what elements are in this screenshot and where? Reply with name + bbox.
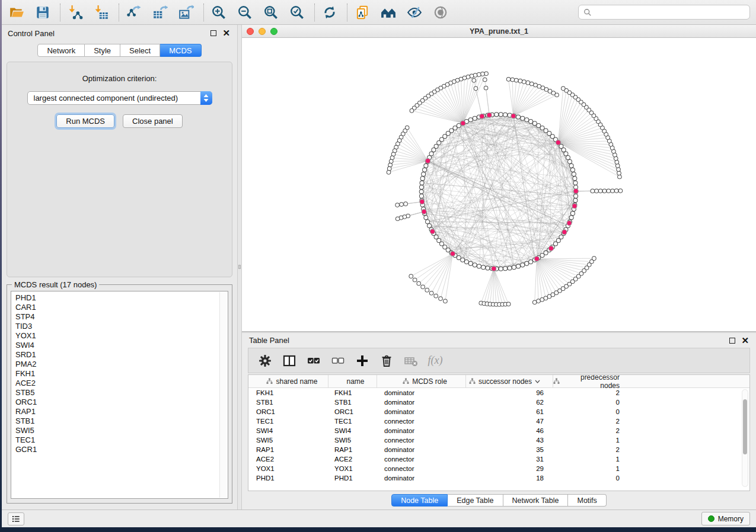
show-column-panel-button[interactable] bbox=[282, 354, 296, 368]
table-row[interactable]: PHD1PHD1dominator180 bbox=[248, 473, 749, 483]
refresh-button[interactable] bbox=[320, 2, 340, 23]
mcds-list-scrollbar[interactable] bbox=[219, 292, 227, 498]
close-panel-button[interactable]: Close panel bbox=[123, 114, 183, 128]
column-header-shared-name[interactable]: shared name bbox=[248, 375, 328, 387]
export-image-button[interactable] bbox=[176, 2, 196, 23]
splitter-handle-icon bbox=[238, 265, 241, 269]
mcds-result-item[interactable]: FKH1 bbox=[15, 369, 228, 379]
mcds-result-group: MCDS result (17 nodes) PHD1 CAR1 STP4 TI… bbox=[7, 284, 232, 504]
tab-network-table[interactable]: Network Table bbox=[503, 494, 569, 507]
function-builder-button-disabled[interactable]: f(x) bbox=[428, 354, 442, 368]
table-scrollbar-thumb[interactable] bbox=[743, 399, 747, 454]
column-header-predecessor-nodes[interactable]: predecessor nodes bbox=[553, 375, 653, 387]
mcds-result-item[interactable]: ORC1 bbox=[15, 398, 228, 407]
zoom-out-icon bbox=[237, 5, 253, 20]
table-row[interactable]: YOX1YOX1connector291 bbox=[248, 464, 749, 473]
column-header-name[interactable]: name bbox=[328, 375, 377, 387]
table-row[interactable]: TEC1TEC1connector472 bbox=[248, 416, 749, 426]
table-header-row: shared name name MCDS role successor nod… bbox=[248, 375, 749, 388]
mcds-result-item[interactable]: TEC1 bbox=[15, 435, 228, 445]
close-panel-icon[interactable]: ✕ bbox=[222, 30, 230, 36]
window-close-icon[interactable] bbox=[247, 28, 254, 35]
clone-network-button[interactable] bbox=[352, 2, 372, 23]
toolbar-separator bbox=[347, 4, 347, 21]
table-row[interactable]: SWI4SWI4dominator462 bbox=[248, 426, 749, 435]
column-type-icon bbox=[469, 378, 476, 384]
hide-eye-icon bbox=[407, 5, 422, 20]
mcds-result-item[interactable]: STB5 bbox=[15, 388, 228, 398]
close-table-panel-icon[interactable]: ✕ bbox=[741, 338, 749, 344]
zoom-in-button[interactable] bbox=[209, 2, 229, 23]
memory-button[interactable]: Memory bbox=[701, 512, 750, 525]
run-mcds-button[interactable]: Run MCDS bbox=[56, 114, 114, 128]
tab-style[interactable]: Style bbox=[85, 44, 120, 57]
zoom-fit-button[interactable] bbox=[261, 2, 281, 23]
mcds-result-item[interactable]: RAP1 bbox=[15, 407, 228, 416]
float-panel-icon[interactable] bbox=[210, 30, 216, 36]
hide-selected-button[interactable] bbox=[404, 2, 425, 23]
open-file-button[interactable] bbox=[7, 2, 27, 23]
mcds-result-list[interactable]: PHD1 CAR1 STP4 TID3 YOX1 SWI4 SRD1 PMA2 … bbox=[11, 291, 228, 499]
table-settings-button[interactable] bbox=[258, 354, 272, 368]
table-row[interactable]: STB1STB1dominator620 bbox=[248, 398, 749, 407]
zoom-out-button[interactable] bbox=[235, 2, 255, 23]
optimization-criterion-select[interactable]: largest connected component (undirected) bbox=[27, 91, 212, 105]
table-row[interactable]: ORC1ORC1dominator610 bbox=[248, 407, 749, 416]
panel-splitter[interactable] bbox=[237, 25, 242, 509]
table-row[interactable]: ACE2ACE2connector311 bbox=[248, 454, 749, 464]
create-column-button[interactable] bbox=[355, 354, 369, 368]
import-table-button[interactable] bbox=[91, 2, 111, 23]
mcds-result-item[interactable]: CAR1 bbox=[15, 303, 228, 312]
network-canvas[interactable] bbox=[242, 38, 756, 331]
tab-node-table[interactable]: Node Table bbox=[391, 494, 448, 507]
dropdown-stepper-icon bbox=[200, 91, 212, 105]
task-history-button[interactable] bbox=[8, 512, 24, 525]
tab-mcds[interactable]: MCDS bbox=[160, 44, 201, 57]
mcds-result-item[interactable]: YOX1 bbox=[15, 331, 228, 341]
float-table-panel-icon[interactable] bbox=[729, 338, 735, 344]
mcds-result-title: MCDS result (17 nodes) bbox=[12, 280, 99, 289]
mcds-result-item[interactable]: PHD1 bbox=[15, 293, 228, 303]
network-window-titlebar[interactable]: YPA_prune.txt_1 bbox=[242, 25, 756, 38]
mcds-result-item[interactable]: STP4 bbox=[15, 312, 228, 322]
mcds-result-item[interactable]: PMA2 bbox=[15, 360, 228, 369]
table-row[interactable]: SWI5SWI5connector431 bbox=[248, 435, 749, 445]
first-neighbors-icon bbox=[381, 5, 396, 20]
deselect-all-rows-button[interactable] bbox=[331, 354, 345, 368]
first-neighbors-button[interactable] bbox=[378, 2, 398, 23]
import-network-button[interactable] bbox=[65, 2, 85, 23]
column-header-mcds-role[interactable]: MCDS role bbox=[377, 375, 466, 387]
show-all-button[interactable] bbox=[430, 2, 451, 23]
export-table-button[interactable] bbox=[150, 2, 170, 23]
mcds-result-item[interactable]: SWI5 bbox=[15, 426, 228, 435]
tab-edge-table[interactable]: Edge Table bbox=[448, 494, 503, 507]
network-graph[interactable] bbox=[242, 38, 756, 331]
table-erase-icon bbox=[404, 354, 418, 368]
mcds-result-item[interactable]: ACE2 bbox=[15, 379, 228, 388]
window-minimize-icon[interactable] bbox=[259, 28, 266, 35]
mcds-result-item[interactable]: STB1 bbox=[15, 416, 228, 426]
zoom-fit-icon bbox=[263, 5, 279, 20]
tab-motifs[interactable]: Motifs bbox=[568, 494, 606, 507]
tab-network[interactable]: Network bbox=[37, 44, 85, 57]
delete-column-button[interactable] bbox=[379, 354, 394, 368]
column-type-icon bbox=[553, 378, 560, 384]
table-row[interactable]: FKH1FKH1dominator962 bbox=[248, 388, 749, 398]
network-window-title: YPA_prune.txt_1 bbox=[242, 27, 756, 36]
table-panel: Table Panel ✕ bbox=[242, 333, 756, 509]
search-input[interactable] bbox=[578, 5, 750, 20]
column-header-successor-nodes[interactable]: successor nodes bbox=[466, 375, 553, 387]
table-scrollbar[interactable] bbox=[742, 389, 748, 487]
save-session-button[interactable] bbox=[33, 2, 53, 23]
select-all-rows-button[interactable] bbox=[307, 354, 321, 368]
zoom-selected-button[interactable] bbox=[287, 2, 307, 23]
export-network-button[interactable] bbox=[124, 2, 144, 23]
tab-select[interactable]: Select bbox=[120, 44, 160, 57]
mcds-result-item[interactable]: SWI4 bbox=[15, 341, 228, 350]
clear-table-button-disabled[interactable] bbox=[404, 354, 418, 368]
table-row[interactable]: RAP1RAP1dominator352 bbox=[248, 445, 749, 454]
mcds-result-item[interactable]: SRD1 bbox=[15, 350, 228, 360]
window-maximize-icon[interactable] bbox=[270, 28, 277, 35]
mcds-result-item[interactable]: TID3 bbox=[15, 322, 228, 331]
mcds-result-item[interactable]: GCR1 bbox=[15, 445, 228, 454]
